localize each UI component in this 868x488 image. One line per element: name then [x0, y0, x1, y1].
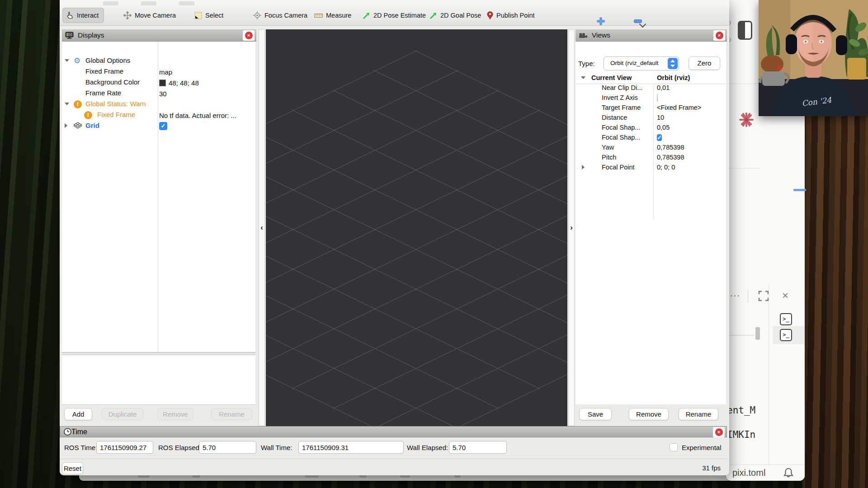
time-panel-header[interactable]: Time ×: [60, 426, 727, 437]
collapse-left-panel-handle[interactable]: ‹: [259, 29, 265, 426]
chevron-right-icon[interactable]: [65, 123, 67, 128]
row-value[interactable]: 0,05: [657, 124, 670, 131]
view-row-near-clip[interactable]: Near Clip Di... 0,01: [576, 83, 726, 93]
statusbar-filename[interactable]: pixi.toml: [732, 468, 765, 478]
tool-label: 2D Goal Pose: [440, 12, 481, 19]
view-type-dropdown[interactable]: Orbit (rviz_default: [604, 56, 679, 70]
tool-select[interactable]: Select: [191, 8, 227, 23]
panel-title: Time: [71, 428, 87, 436]
row-value[interactable]: 0; 0; 0: [657, 164, 675, 171]
tool-label: Move Camera: [135, 12, 176, 19]
tool-label: Select: [205, 12, 223, 19]
focus-crosshair-icon: [253, 11, 261, 19]
close-icon[interactable]: ×: [779, 290, 791, 302]
chevron-down-icon[interactable]: [65, 103, 69, 105]
remove-display-button[interactable]: Remove: [157, 408, 193, 420]
tree-row-background-color[interactable]: Background Color 48; 48; 48: [62, 77, 255, 88]
view-row-pitch[interactable]: Pitch 0,785398: [576, 153, 726, 163]
tool-move-camera[interactable]: Move Camera: [120, 8, 179, 23]
tree-row-fixed-frame[interactable]: Fixed Frame map: [62, 66, 255, 77]
add-tool-button[interactable]: [597, 17, 605, 25]
chevron-down-icon[interactable]: [581, 76, 585, 79]
tool-2d-goal-pose[interactable]: 2D Goal Pose: [426, 8, 485, 23]
panel-close-button[interactable]: ×: [713, 427, 725, 437]
tool-2d-pose-estimate[interactable]: 2D Pose Estimate: [359, 8, 429, 23]
add-display-button[interactable]: Add: [64, 408, 92, 420]
ros-elapsed-input[interactable]: [199, 441, 256, 454]
row-value[interactable]: map: [159, 68, 172, 76]
rename-display-button[interactable]: Rename: [211, 408, 252, 420]
stepper-icon[interactable]: [668, 58, 678, 69]
row-value[interactable]: 30: [159, 90, 167, 98]
3d-viewport[interactable]: [266, 29, 567, 426]
row-value[interactable]: 0,785398: [657, 154, 684, 161]
row-label: Background Color: [85, 78, 140, 86]
tool-interact[interactable]: Interact: [62, 8, 104, 23]
tool-label: 2D Pose Estimate: [373, 12, 426, 19]
description-area: [62, 355, 255, 405]
ros-time-label: ROS Time:: [64, 444, 97, 451]
close-icon: ×: [716, 32, 723, 39]
faint-glyph: [138, 475, 150, 478]
rename-view-button[interactable]: Rename: [679, 408, 718, 420]
tool-focus-camera[interactable]: Focus Camera: [250, 8, 311, 23]
map-pin-icon: [487, 11, 493, 19]
tool-measure[interactable]: Measure: [311, 8, 355, 23]
row-value[interactable]: 0,01: [657, 84, 670, 91]
bell-icon[interactable]: [783, 467, 794, 479]
ros-time-input[interactable]: [96, 441, 153, 454]
view-row-yaw[interactable]: Yaw 0,785398: [576, 143, 726, 153]
row-value[interactable]: <Fixed Frame>: [657, 104, 701, 111]
row-value[interactable]: 48; 48; 48: [169, 79, 199, 87]
terminal-icon[interactable]: >_: [780, 329, 792, 341]
wall-time-input[interactable]: [298, 441, 404, 454]
view-row-focal-shape-fixed[interactable]: Focal Shap... ✓: [576, 133, 726, 143]
chevron-down-icon[interactable]: [65, 59, 69, 62]
tool-label: Focus Camera: [264, 12, 307, 19]
tree-row-global-status[interactable]: ! Global Status: Warn: [62, 99, 255, 110]
expand-icon[interactable]: [758, 290, 769, 302]
sidebar-toggle-icon[interactable]: [738, 21, 752, 40]
wall-elapsed-input[interactable]: [449, 441, 507, 454]
chevron-right-icon[interactable]: [582, 165, 585, 169]
views-panel-header[interactable]: Views ×: [576, 29, 727, 42]
camera-icon: [579, 33, 588, 38]
view-row-current-view[interactable]: Current View Orbit (rviz): [576, 73, 726, 83]
tool-publish-point[interactable]: Publish Point: [483, 8, 538, 23]
row-value: No tf data. Actual error: ...: [159, 112, 236, 119]
tree-row-fixed-frame-warning[interactable]: ! Fixed Frame No tf data. Actual error: …: [62, 110, 255, 121]
faint-glyph: [305, 475, 319, 478]
tree-row-global-options[interactable]: ⚙ Global Options: [62, 56, 255, 66]
panel-close-button[interactable]: ×: [713, 30, 725, 41]
view-row-distance[interactable]: Distance 10: [576, 113, 726, 123]
invert-z-checkbox[interactable]: [657, 94, 658, 102]
displays-tree: ⚙ Global Options Fixed Frame map Backgro…: [62, 42, 255, 352]
experimental-label: Experimental: [682, 444, 722, 451]
save-view-button[interactable]: Save: [579, 408, 612, 420]
zero-button[interactable]: Zero: [689, 56, 720, 70]
green-arrow-icon: [429, 12, 437, 19]
collapse-right-panel-handle[interactable]: ›: [568, 29, 575, 426]
view-row-focal-point[interactable]: Focal Point 0; 0; 0: [576, 163, 726, 173]
duplicate-display-button[interactable]: Duplicate: [102, 408, 143, 420]
view-row-target-frame[interactable]: Target Frame <Fixed Frame>: [576, 103, 726, 113]
view-row-focal-shape-size[interactable]: Focal Shap... 0,05: [576, 123, 726, 133]
displays-panel-header[interactable]: Displays ×: [62, 29, 256, 42]
view-row-invert-z[interactable]: Invert Z Axis: [576, 93, 726, 103]
remove-view-button[interactable]: Remove: [629, 408, 669, 420]
experimental-checkbox[interactable]: [670, 443, 678, 451]
row-value[interactable]: 0,785398: [657, 144, 684, 151]
tree-row-grid[interactable]: Grid ✓: [62, 121, 255, 131]
panel-close-button[interactable]: ×: [243, 30, 255, 41]
focal-shape-checkbox[interactable]: ✓: [657, 134, 662, 141]
row-label: Distance: [602, 114, 627, 121]
rviz-toolbar: Interact Move Camera Select: [60, 5, 729, 26]
asterisk-icon[interactable]: [739, 112, 754, 127]
scrollbar-thumb[interactable]: [755, 327, 760, 340]
row-value[interactable]: 10: [657, 114, 664, 121]
terminal-icon[interactable]: >_: [780, 313, 792, 325]
reset-button[interactable]: Reset: [62, 462, 83, 474]
views-panel: Views × Type: Orbit (rviz_default Zero C…: [576, 29, 727, 420]
grid-enabled-checkbox[interactable]: ✓: [159, 122, 167, 130]
tree-row-frame-rate[interactable]: Frame Rate 30: [62, 88, 255, 99]
